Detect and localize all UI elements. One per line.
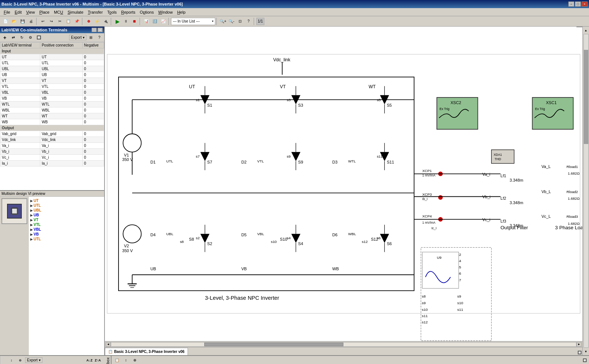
export-btn[interactable]: Export ▾ <box>69 35 86 40</box>
hier-btn2[interactable]: ↕ <box>122 356 130 364</box>
meter-btn[interactable]: 🔢 <box>151 17 159 25</box>
table-row: VTLVTL0 <box>0 84 104 90</box>
svg-text:1.682Ω: 1.682Ω <box>568 171 580 175</box>
copy-btn[interactable]: 📋 <box>64 17 72 25</box>
rsb-vscroll-down[interactable]: ▼ <box>583 348 589 354</box>
sp-sort-za[interactable]: Z↑A <box>94 358 102 362</box>
paste-btn[interactable]: 📌 <box>73 17 81 25</box>
net-btn[interactable]: 🔌 <box>102 17 110 25</box>
menu-mcu[interactable]: MCU <box>52 9 65 15</box>
menu-file[interactable]: File <box>1 9 13 15</box>
labview-panel-title: LabVIEW Co-simulation Terminals _ × <box>0 27 104 33</box>
preview-tree-item-utl[interactable]: ▶ UTL <box>30 203 103 208</box>
wire-btn[interactable]: ⚡ <box>93 17 101 25</box>
menu-help[interactable]: Help <box>175 9 188 15</box>
zoom-out-btn[interactable]: 🔍- <box>227 17 236 25</box>
table-row: UBLUBL0 <box>0 66 104 72</box>
hscroll-left-btn[interactable]: ◄ <box>106 342 111 347</box>
sp-export-btn[interactable]: Export ▾ <box>25 357 42 363</box>
preview-tree-item-vt[interactable]: ▶ VT <box>30 217 103 222</box>
new-btn[interactable]: 📄 <box>1 17 10 25</box>
menu-reports[interactable]: Reports <box>119 9 138 15</box>
left-panel: LabVIEW Co-simulation Terminals _ × + ⇄ … <box>0 27 105 355</box>
stop-btn[interactable]: ⏹ <box>130 17 138 25</box>
sp-sort-az[interactable]: A↓Z <box>86 358 93 362</box>
lv-view-btn[interactable]: 🔲 <box>35 34 43 42</box>
component-btn[interactable]: ⊕ <box>85 17 93 25</box>
col-positive: Positive connection <box>40 42 82 48</box>
osc-btn[interactable]: 📊 <box>142 17 150 25</box>
lv-sync-btn[interactable]: ↻ <box>18 34 26 42</box>
labview-close-btn[interactable]: × <box>97 28 103 32</box>
output-section-header: Output <box>0 125 104 131</box>
save-btn[interactable]: 💾 <box>18 17 27 25</box>
preview-tree-item-vb[interactable]: ▶ VB <box>30 232 103 237</box>
hier-btn3[interactable]: ⊕ <box>131 356 139 364</box>
svg-text:S6: S6 <box>387 241 392 246</box>
redo-btn[interactable]: ↪ <box>47 17 55 25</box>
open-btn[interactable]: 📂 <box>10 17 18 25</box>
menu-view[interactable]: View <box>24 9 37 15</box>
preview-panel: Multisim design VI preview 🔲 ▶ UT ▶ UTL <box>0 191 104 355</box>
lv-connect-btn[interactable]: ⇄ <box>9 34 17 42</box>
lv-grid-btn[interactable]: ⊞ <box>87 34 95 42</box>
sheet-nav[interactable]: 1/1 <box>256 18 264 25</box>
run-btn[interactable]: ▶ <box>113 17 121 25</box>
tab-corner-btn[interactable]: 🔲 <box>577 350 582 355</box>
svg-text:VBL: VBL <box>257 232 264 236</box>
terminal-label-ub: UB <box>34 213 39 217</box>
menu-window[interactable]: Window <box>156 9 175 15</box>
preview-tree-item-ub[interactable]: ▶ UB <box>30 213 103 217</box>
schematic-canvas[interactable]: Vdc_link 3-Level, 3-Phase NPC Inverter V… <box>105 27 582 341</box>
analysis-btn[interactable]: 📈 <box>159 17 167 25</box>
svg-text:s7: s7 <box>196 154 199 158</box>
preview-tree-item-ut[interactable]: ▶ UT <box>30 198 103 203</box>
preview-tree-item-ubl[interactable]: ▶ UBL <box>30 208 103 213</box>
menu-place[interactable]: Place <box>37 9 52 15</box>
bottom-left-panel: Spreadsheet View ↕ ⊕ Export ▾ A↓Z Z↑A ⊞ <box>0 356 105 364</box>
spreadsheet-view-label[interactable]: Spreadsheet View <box>0 356 6 364</box>
maximize-button[interactable]: □ <box>575 1 581 7</box>
svg-text:UB: UB <box>150 267 156 271</box>
undo-btn[interactable]: ↩ <box>39 17 47 25</box>
rsb-vscroll-up[interactable]: ▲ <box>583 27 589 33</box>
svg-text:Rload3: Rload3 <box>566 214 578 219</box>
menu-transfer[interactable]: Transfer <box>86 9 105 15</box>
vscroll-track[interactable] <box>583 34 589 348</box>
hier-corner-btn[interactable]: 🔲 <box>582 358 588 362</box>
svg-text:V1: V1 <box>124 153 129 157</box>
sp-btn1[interactable]: ↕ <box>7 356 16 364</box>
terminal-label-utl2: UTL <box>34 237 41 241</box>
lv-help-btn[interactable]: ? <box>95 34 103 42</box>
zoom-in-btn[interactable]: 🔍+ <box>219 17 227 25</box>
preview-tree-item-vtl[interactable]: ▶ VTL <box>30 222 103 227</box>
help-btn[interactable]: ? <box>244 17 253 25</box>
menu-simulate[interactable]: Simulate <box>65 9 86 15</box>
zoom-fit-btn[interactable]: ⊡ <box>236 17 244 25</box>
hscroll-right-btn[interactable]: ► <box>576 342 582 347</box>
svg-text:Rload2: Rload2 <box>566 190 578 194</box>
preview-tree-item-vbl[interactable]: ▶ VBL <box>30 227 103 232</box>
svg-text:s8: s8 <box>180 240 184 244</box>
pause-btn[interactable]: ⏸ <box>122 17 130 25</box>
svg-text:V2: V2 <box>124 244 129 248</box>
menu-edit[interactable]: Edit <box>13 9 24 15</box>
lv-add-btn[interactable]: + <box>1 34 9 42</box>
horizontal-scrollbar[interactable] <box>111 342 576 347</box>
hscroll-thumb[interactable] <box>204 343 344 346</box>
minimize-button[interactable]: − <box>568 1 574 7</box>
table-row: Va_iVa_i0 <box>0 143 104 149</box>
svg-text:350 V: 350 V <box>122 248 133 253</box>
print-btn[interactable]: 🖨 <box>27 17 35 25</box>
main-schema-tab[interactable]: 📋 Basic 3-Level NPC, 3-Phase Inverter v0… <box>105 348 188 355</box>
labview-float-btn[interactable]: _ <box>92 28 97 32</box>
cut-btn[interactable]: ✂ <box>56 17 64 25</box>
menu-tools[interactable]: Tools <box>105 9 119 15</box>
menu-options[interactable]: Options <box>138 9 156 15</box>
hier-btn1[interactable]: 📋 <box>113 356 121 364</box>
sp-btn2[interactable]: ⊕ <box>16 356 24 364</box>
close-button[interactable]: × <box>582 1 588 7</box>
lv-settings-btn[interactable]: ⚙ <box>26 34 34 42</box>
in-use-list[interactable]: --- In Use List ---▾ <box>171 18 215 25</box>
preview-tree-item-utl2[interactable]: ▶ UTL <box>30 237 103 241</box>
